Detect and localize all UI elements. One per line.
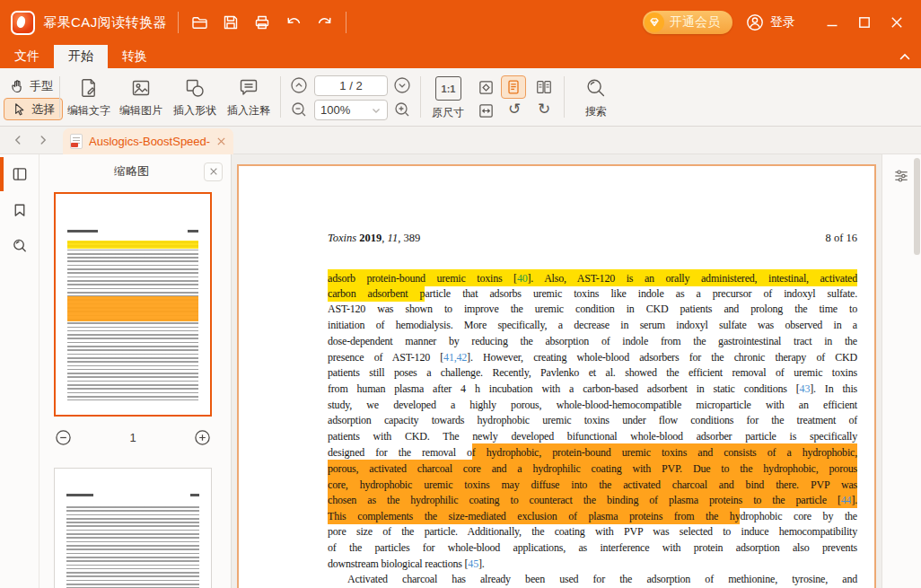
vip-button[interactable]: 开通会员	[643, 11, 732, 34]
minimize-button[interactable]	[820, 11, 844, 34]
thumbnail-panel-title: 缩略图	[39, 163, 204, 180]
document-tab-title: Auslogics-BoostSpeed-13	[89, 135, 210, 148]
login-button[interactable]: 登录	[745, 13, 795, 32]
search-icon	[571, 75, 621, 103]
thumbnail-header-mark	[67, 230, 98, 233]
tab-start[interactable]: 开始	[54, 45, 108, 68]
two-page-view-button[interactable]	[531, 75, 557, 99]
document-text-line: patients still poses a challenge. Recent…	[328, 365, 857, 382]
thumbnail-header-mark	[188, 230, 198, 233]
zoom-out-icon[interactable]	[290, 101, 308, 118]
thumbnail-text-lines	[66, 506, 199, 588]
app-window: 幂果CAJ阅读转换器 开通会员	[0, 0, 921, 588]
tab-nav-left-icon[interactable]	[11, 133, 25, 147]
page-body-text: adsorb protein-bound uremic toxins [40].…	[328, 270, 857, 588]
open-file-icon[interactable]	[189, 13, 209, 32]
save-icon[interactable]	[221, 13, 241, 32]
vertical-scrollbar-thumb[interactable]	[914, 158, 920, 255]
ribbon-divider	[564, 76, 565, 118]
thumbnail-zoom-out-icon[interactable]	[54, 428, 72, 446]
insert-note-label: 插入注释	[223, 103, 275, 118]
tab-file[interactable]: 文件	[0, 45, 54, 68]
fit-width-icon[interactable]	[476, 101, 496, 120]
ribbon-divider	[420, 76, 421, 118]
insert-shape-button[interactable]: 插入形状	[169, 75, 221, 118]
close-button[interactable]	[885, 11, 908, 34]
print-icon[interactable]	[252, 13, 272, 32]
titlebar-divider	[178, 12, 179, 33]
sidebar-icon-strip	[0, 154, 39, 588]
user-icon	[745, 13, 765, 32]
zoom-level-value: 100%	[320, 103, 350, 117]
edit-image-button[interactable]: 编辑图片	[115, 75, 167, 118]
page-1-thumbnail[interactable]	[54, 192, 212, 417]
edit-text-button[interactable]: 编辑文字	[63, 75, 115, 118]
document-text-line: of the particles for whole-blood applica…	[328, 540, 857, 557]
ribbon-divider	[59, 76, 60, 118]
page-number-input[interactable]	[314, 75, 388, 96]
thumbnail-pager: 1	[54, 428, 212, 446]
thumbnail-zoom-in-icon[interactable]	[194, 428, 212, 446]
select-tool-button[interactable]: 选择	[4, 98, 63, 120]
collapse-ribbon-icon[interactable]	[898, 45, 912, 68]
rotate-right-icon[interactable]: ↻	[532, 98, 556, 119]
zoom-level-select[interactable]: 100%	[314, 100, 388, 120]
previous-page-button[interactable]	[290, 76, 308, 94]
edit-text-icon	[63, 75, 115, 101]
rotate-left-icon[interactable]: ↺	[503, 98, 526, 119]
search-panel-icon[interactable]	[0, 229, 39, 263]
hand-tool-label: 手型	[30, 78, 53, 94]
document-text-line: patients with CKD. The newly developed b…	[328, 429, 857, 445]
image-icon	[115, 75, 167, 101]
right-side-bar	[882, 154, 921, 588]
zoom-in-icon[interactable]	[393, 101, 411, 118]
titlebar-divider	[346, 12, 346, 33]
document-text-line: pore size of the particle. Additionally,…	[328, 524, 857, 540]
page-2-thumbnail[interactable]	[54, 468, 212, 588]
ribbon-toolbar: 手型 选择 编辑文字 编辑图片 插入形状	[0, 68, 921, 127]
fit-page-icon[interactable]	[476, 77, 496, 97]
hand-tool-button[interactable]: 手型	[9, 76, 53, 96]
document-text-line: initiation of hemodialysis. More specifi…	[328, 318, 857, 334]
search-label: 搜索	[571, 104, 621, 119]
chevron-down-icon	[371, 105, 382, 116]
document-text-line: chosen as the hydrophilic coating to cou…	[328, 493, 857, 509]
document-text-line: designed for the removal of hydrophobic,…	[328, 445, 857, 461]
app-title: 幂果CAJ阅读转换器	[43, 14, 167, 31]
next-page-button[interactable]	[393, 76, 411, 94]
ribbon-tab-bar: 文件 开始 转换	[0, 45, 921, 68]
panel-close-icon[interactable]	[204, 162, 223, 181]
main-area: 缩略图 1	[0, 154, 921, 588]
document-page: Toxins 2019, 11, 389 8 of 16 adsorb prot…	[237, 164, 876, 588]
undo-icon[interactable]	[284, 13, 303, 32]
app-logo-icon	[11, 11, 35, 35]
view-settings-sliders-icon[interactable]	[890, 165, 912, 187]
document-text-line: downstream biological reactions [45].	[328, 557, 857, 573]
search-button[interactable]: 搜索	[571, 75, 621, 119]
document-text-line: Activated charcoal has already been used…	[328, 572, 857, 588]
insert-note-button[interactable]: 插入注释	[223, 75, 275, 118]
thumbnail-header-mark	[66, 494, 93, 496]
ribbon-divider	[280, 76, 281, 118]
comment-icon	[223, 75, 275, 101]
document-text-line: study, we developed a highly porous, who…	[328, 398, 857, 414]
document-view: Toxins 2019, 11, 389 8 of 16 adsorb prot…	[232, 154, 882, 588]
tab-nav-right-icon[interactable]	[36, 133, 50, 147]
document-text-line: carbon adsorbent particle that adsorbs u…	[328, 286, 857, 303]
tab-convert[interactable]: 转换	[108, 45, 162, 68]
document-tab-bar: Auslogics-BoostSpeed-13	[0, 127, 921, 154]
original-size-icon[interactable]: 1:1	[435, 76, 461, 101]
shapes-icon	[169, 75, 221, 101]
document-text-line: from human plasma after 4 h incubation w…	[328, 382, 857, 398]
thumbnails-panel-icon[interactable]	[0, 157, 39, 191]
bookmarks-panel-icon[interactable]	[0, 193, 39, 227]
thumbnail-panel: 缩略图 1	[39, 154, 232, 588]
single-page-view-button[interactable]	[501, 75, 526, 99]
tab-close-icon[interactable]	[216, 136, 226, 146]
edit-text-label: 编辑文字	[63, 103, 115, 118]
document-file-icon	[70, 134, 83, 149]
document-tab[interactable]: Auslogics-BoostSpeed-13	[63, 128, 233, 154]
thumbnail-orange-highlight	[67, 296, 198, 321]
maximize-button[interactable]	[853, 11, 876, 34]
redo-icon[interactable]	[315, 13, 335, 32]
